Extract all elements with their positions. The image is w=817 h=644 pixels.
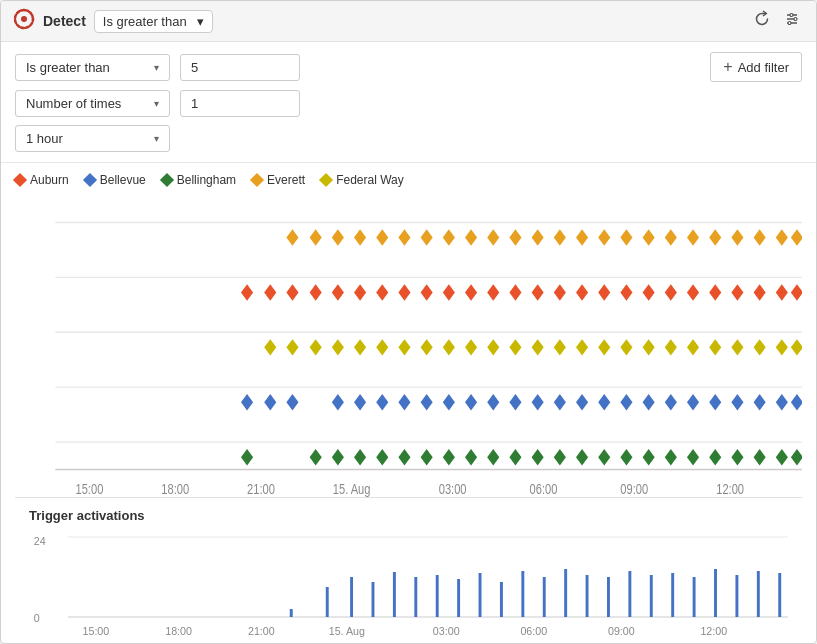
- svg-marker-64: [665, 284, 677, 300]
- svg-marker-81: [487, 339, 499, 355]
- trigger-chart: 24 0 15:00 18:00 21:00 15. Aug 03:00 06:…: [29, 527, 788, 637]
- svg-text:09:00: 09:00: [620, 481, 648, 497]
- condition-select[interactable]: Is greater than ▾: [15, 54, 170, 81]
- svg-marker-144: [791, 449, 802, 465]
- svg-marker-136: [620, 449, 632, 465]
- svg-marker-50: [354, 284, 366, 300]
- svg-marker-85: [576, 339, 588, 355]
- time-window-select[interactable]: 1 hour ▾: [15, 125, 170, 152]
- svg-marker-132: [532, 449, 544, 465]
- svg-marker-121: [241, 449, 253, 465]
- svg-rect-170: [586, 575, 589, 617]
- svg-marker-126: [398, 449, 410, 465]
- legend-item-bellingham: Bellingham: [162, 173, 236, 187]
- svg-marker-76: [376, 339, 388, 355]
- trigger-title: Trigger activations: [29, 508, 788, 523]
- svg-point-0: [21, 16, 27, 22]
- svg-marker-66: [709, 284, 721, 300]
- auburn-diamond-icon: [13, 173, 27, 187]
- svg-marker-77: [398, 339, 410, 355]
- header: Detect Is greater than ▾: [1, 1, 816, 42]
- condition-value-input[interactable]: 5: [180, 54, 300, 81]
- add-filter-button[interactable]: + Add filter: [710, 52, 802, 82]
- app-logo: [13, 8, 35, 35]
- svg-rect-171: [607, 577, 610, 617]
- svg-marker-55: [465, 284, 477, 300]
- svg-marker-139: [687, 449, 699, 465]
- svg-rect-157: [290, 609, 293, 617]
- svg-text:21:00: 21:00: [248, 625, 275, 637]
- controls-panel: Is greater than ▾ 5 + Add filter Number …: [1, 42, 816, 163]
- svg-text:24: 24: [34, 535, 46, 547]
- svg-marker-22: [310, 229, 322, 245]
- chart-area: Auburn Bellevue Bellingham Everett Feder…: [1, 163, 816, 643]
- svg-marker-88: [643, 339, 655, 355]
- svg-rect-177: [735, 575, 738, 617]
- everett-dots: [286, 229, 802, 245]
- svg-marker-95: [791, 339, 802, 355]
- svg-marker-100: [354, 394, 366, 410]
- svg-rect-167: [521, 571, 524, 617]
- svg-rect-178: [757, 571, 760, 617]
- svg-marker-87: [620, 339, 632, 355]
- svg-marker-143: [776, 449, 788, 465]
- refresh-button[interactable]: [750, 7, 774, 35]
- svg-marker-67: [731, 284, 743, 300]
- svg-marker-21: [286, 229, 298, 245]
- legend-item-everett: Everett: [252, 173, 305, 187]
- frequency-value-input[interactable]: 1: [180, 90, 300, 117]
- svg-marker-118: [754, 394, 766, 410]
- svg-marker-86: [598, 339, 610, 355]
- svg-marker-28: [443, 229, 455, 245]
- svg-marker-99: [332, 394, 344, 410]
- svg-marker-105: [465, 394, 477, 410]
- chart-legend: Auburn Bellevue Bellingham Everett Feder…: [15, 173, 802, 195]
- svg-marker-129: [465, 449, 477, 465]
- svg-marker-120: [791, 394, 802, 410]
- svg-marker-25: [376, 229, 388, 245]
- svg-text:06:00: 06:00: [530, 481, 558, 497]
- auburn-dots: [241, 284, 802, 300]
- svg-marker-84: [554, 339, 566, 355]
- svg-marker-24: [354, 229, 366, 245]
- svg-marker-89: [665, 339, 677, 355]
- svg-marker-93: [754, 339, 766, 355]
- svg-marker-104: [443, 394, 455, 410]
- federal-way-diamond-icon: [319, 173, 333, 187]
- frequency-select[interactable]: Number of times ▾: [15, 90, 170, 117]
- svg-text:18:00: 18:00: [161, 481, 189, 497]
- svg-rect-160: [372, 582, 375, 617]
- svg-marker-135: [598, 449, 610, 465]
- svg-marker-141: [731, 449, 743, 465]
- svg-marker-90: [687, 339, 699, 355]
- everett-diamond-icon: [250, 173, 264, 187]
- svg-text:12:00: 12:00: [700, 625, 727, 637]
- svg-marker-54: [443, 284, 455, 300]
- svg-text:15. Aug: 15. Aug: [333, 481, 371, 497]
- svg-marker-62: [620, 284, 632, 300]
- svg-marker-97: [264, 394, 276, 410]
- settings-button[interactable]: [780, 7, 804, 35]
- svg-marker-125: [376, 449, 388, 465]
- svg-marker-133: [554, 449, 566, 465]
- svg-rect-163: [436, 575, 439, 617]
- svg-marker-44: [791, 229, 802, 245]
- svg-marker-115: [687, 394, 699, 410]
- svg-marker-42: [754, 229, 766, 245]
- svg-rect-168: [543, 577, 546, 617]
- svg-marker-63: [643, 284, 655, 300]
- svg-rect-6: [788, 22, 791, 25]
- bellevue-dots: [241, 394, 802, 410]
- svg-marker-98: [286, 394, 298, 410]
- svg-marker-36: [620, 229, 632, 245]
- condition-dropdown[interactable]: Is greater than ▾: [94, 10, 213, 33]
- svg-rect-166: [500, 582, 503, 617]
- svg-marker-60: [576, 284, 588, 300]
- svg-marker-49: [332, 284, 344, 300]
- scatter-svg: 15:00 18:00 21:00 15. Aug 03:00 06:00 09…: [15, 195, 802, 497]
- svg-marker-92: [731, 339, 743, 355]
- svg-marker-51: [376, 284, 388, 300]
- trigger-svg: 24 0 15:00 18:00 21:00 15. Aug 03:00 06:…: [29, 527, 788, 637]
- svg-marker-103: [421, 394, 433, 410]
- svg-marker-111: [598, 394, 610, 410]
